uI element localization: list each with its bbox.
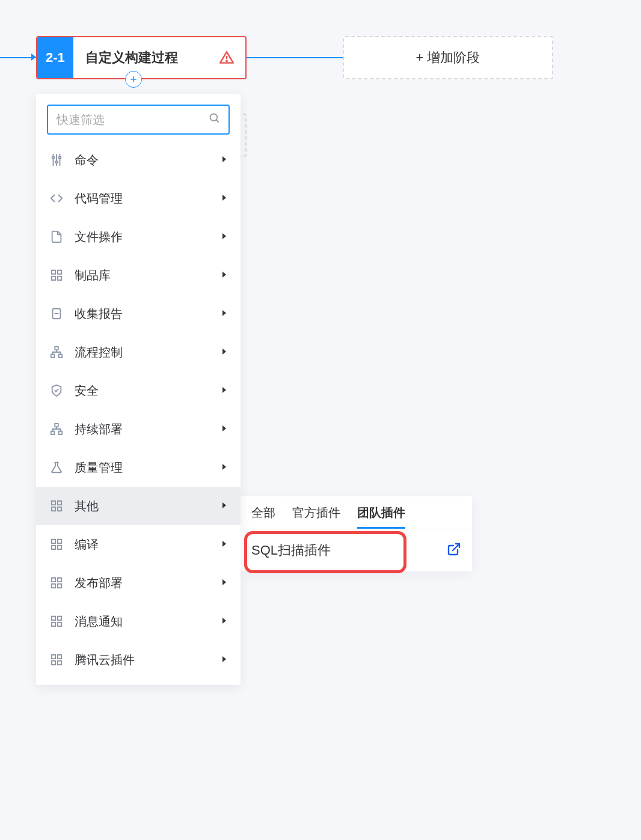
svg-rect-55 (58, 578, 61, 582)
plugin-row[interactable]: SQL扫描插件 (241, 529, 472, 571)
category-item[interactable]: 其他 (36, 487, 241, 525)
submenu-tab[interactable]: 团队插件 (357, 505, 405, 529)
category-item[interactable]: 消息通知 (36, 602, 241, 641)
chevron-right-icon (221, 270, 227, 280)
chevron-right-icon (221, 540, 227, 549)
svg-marker-16 (222, 195, 226, 201)
plugin-name: SQL扫描插件 (251, 541, 447, 559)
flow-connector (247, 57, 343, 58)
svg-rect-18 (52, 270, 55, 274)
pipeline-stage-node[interactable]: 2-1 自定义构建过程 (36, 36, 247, 79)
svg-rect-44 (52, 501, 55, 505)
category-item[interactable]: 安全 (36, 371, 241, 410)
grid-icon (49, 499, 64, 513)
category-label: 代码管理 (75, 190, 221, 207)
category-item[interactable]: 命令 (36, 141, 241, 179)
category-item[interactable]: 制品库 (36, 256, 241, 294)
svg-rect-21 (58, 276, 61, 280)
svg-rect-62 (58, 622, 61, 626)
svg-marker-43 (222, 464, 226, 470)
category-label: 编译 (75, 537, 221, 553)
category-item[interactable]: 收集报告 (36, 294, 241, 333)
chevron-right-icon (221, 501, 227, 511)
svg-rect-60 (58, 616, 61, 620)
submenu-tab[interactable]: 全部 (251, 505, 275, 529)
svg-rect-56 (52, 584, 55, 588)
category-item[interactable]: 编译 (36, 525, 241, 564)
svg-rect-45 (58, 501, 61, 505)
chevron-right-icon (221, 463, 227, 472)
grid-icon (49, 615, 64, 628)
add-stage-label: + 增加阶段 (416, 49, 480, 67)
svg-marker-68 (222, 656, 226, 662)
grid-icon (49, 576, 64, 589)
grid-icon (49, 269, 64, 282)
category-item[interactable]: 代码管理 (36, 179, 241, 218)
category-label: 文件操作 (75, 229, 221, 245)
svg-rect-50 (58, 540, 61, 543)
svg-rect-65 (58, 655, 61, 659)
category-item[interactable]: 腾讯云插件 (36, 641, 241, 679)
chevron-right-icon (221, 578, 227, 588)
svg-rect-49 (52, 540, 55, 543)
category-item[interactable]: 发布部署 (36, 564, 241, 602)
category-label: 发布部署 (75, 575, 221, 591)
svg-rect-52 (58, 546, 61, 549)
flask-icon (49, 461, 64, 474)
file-icon (49, 230, 64, 243)
category-label: 制品库 (75, 267, 221, 284)
svg-rect-46 (52, 507, 55, 511)
category-item[interactable]: 文件操作 (36, 218, 241, 256)
svg-rect-57 (58, 584, 61, 588)
search-input[interactable] (57, 113, 209, 127)
svg-marker-53 (222, 541, 226, 547)
svg-rect-51 (52, 546, 55, 549)
shield-icon (49, 384, 64, 397)
category-item[interactable]: 质量管理 (36, 448, 241, 487)
code-icon (49, 192, 64, 205)
flow-arrow-icon (31, 53, 36, 61)
category-label: 其他 (75, 498, 221, 514)
submenu-tab[interactable]: 官方插件 (292, 505, 340, 529)
category-dropdown: 命令 代码管理 文件操作 制品库 收集报告 流程控制 (36, 94, 241, 685)
flow-connector (0, 57, 36, 58)
chevron-right-icon (221, 616, 227, 626)
svg-marker-22 (222, 272, 226, 278)
chevron-right-icon (221, 347, 227, 357)
svg-marker-63 (222, 618, 226, 624)
chevron-right-icon (221, 155, 227, 165)
stage-title: 自定义构建过程 (85, 49, 219, 67)
category-item[interactable]: 流程控制 (36, 333, 241, 371)
category-label: 腾讯云插件 (75, 652, 221, 668)
warning-icon (219, 50, 235, 65)
svg-marker-42 (222, 425, 226, 431)
chevron-right-icon (221, 386, 227, 395)
chevron-right-icon (221, 655, 227, 665)
category-label: 收集报告 (75, 306, 221, 322)
svg-rect-20 (52, 276, 55, 280)
svg-marker-33 (222, 348, 226, 355)
add-stage-button[interactable]: + 增加阶段 (343, 36, 553, 79)
chevron-right-icon (221, 309, 227, 318)
svg-rect-67 (58, 661, 61, 665)
svg-line-5 (216, 120, 219, 123)
external-link-icon[interactable] (447, 542, 461, 559)
svg-rect-64 (52, 655, 55, 659)
grid-icon (49, 653, 64, 666)
grid-icon (49, 538, 64, 551)
svg-marker-48 (222, 502, 226, 508)
add-step-button[interactable] (125, 71, 142, 88)
chevron-right-icon (221, 424, 227, 434)
svg-rect-54 (52, 578, 55, 582)
category-label: 消息通知 (75, 613, 221, 630)
category-label: 安全 (75, 383, 221, 399)
sliders-icon (49, 153, 64, 166)
stage-number-badge: 2-1 (37, 37, 73, 78)
category-item[interactable]: 持续部署 (36, 410, 241, 448)
search-icon (209, 112, 221, 127)
category-label: 质量管理 (75, 460, 221, 476)
svg-marker-15 (222, 156, 226, 162)
svg-rect-61 (52, 622, 55, 626)
search-box[interactable] (47, 105, 230, 135)
category-label: 持续部署 (75, 421, 221, 437)
